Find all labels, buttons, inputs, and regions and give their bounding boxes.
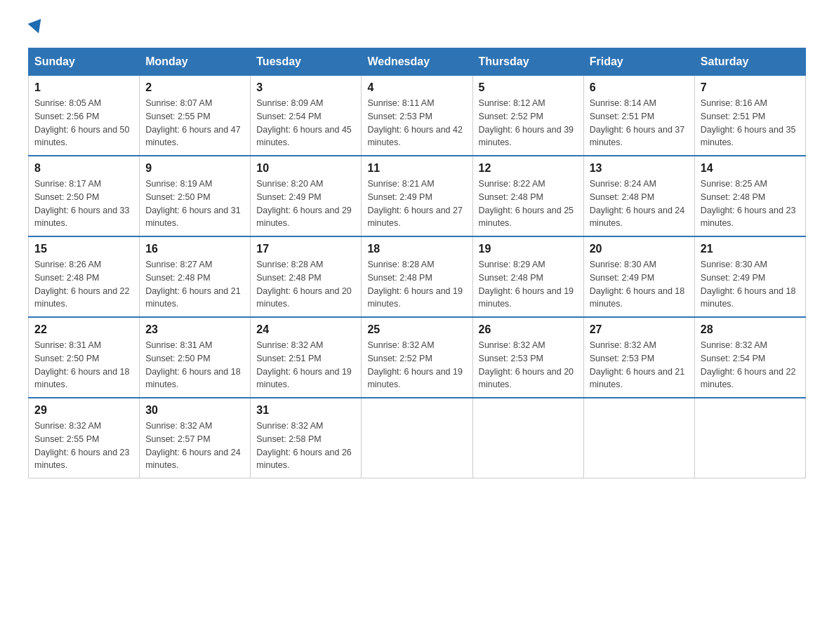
page-header (28, 21, 806, 34)
day-number: 24 (256, 323, 355, 336)
day-number: 19 (479, 243, 578, 255)
day-number: 29 (34, 404, 133, 417)
col-header-sunday: Sunday (29, 48, 140, 76)
day-info: Sunrise: 8:16 AMSunset: 2:51 PMDaylight:… (701, 97, 800, 149)
day-number: 20 (590, 243, 689, 255)
day-number: 15 (34, 243, 133, 255)
calendar-week-4: 22Sunrise: 8:31 AMSunset: 2:50 PMDayligh… (29, 317, 806, 398)
logo-text (28, 21, 45, 34)
day-number: 27 (590, 323, 689, 336)
col-header-monday: Monday (140, 48, 251, 76)
calendar-cell: 5Sunrise: 8:12 AMSunset: 2:52 PMDaylight… (472, 76, 583, 156)
day-number: 31 (256, 404, 355, 417)
calendar-cell: 10Sunrise: 8:20 AMSunset: 2:49 PMDayligh… (251, 156, 362, 236)
day-info: Sunrise: 8:19 AMSunset: 2:50 PMDaylight:… (145, 177, 244, 230)
calendar-cell: 19Sunrise: 8:29 AMSunset: 2:48 PMDayligh… (472, 236, 583, 317)
calendar-cell (362, 398, 472, 478)
calendar-cell: 2Sunrise: 8:07 AMSunset: 2:55 PMDaylight… (140, 76, 251, 156)
logo-triangle-icon (28, 19, 46, 36)
calendar-cell (472, 398, 583, 478)
calendar-table: SundayMondayTuesdayWednesdayThursdayFrid… (28, 48, 806, 478)
col-header-saturday: Saturday (694, 48, 805, 76)
day-number: 9 (145, 162, 244, 175)
calendar-cell: 28Sunrise: 8:32 AMSunset: 2:54 PMDayligh… (694, 317, 805, 398)
day-number: 12 (479, 162, 578, 175)
day-info: Sunrise: 8:32 AMSunset: 2:58 PMDaylight:… (256, 420, 355, 472)
col-header-thursday: Thursday (472, 48, 583, 76)
day-info: Sunrise: 8:31 AMSunset: 2:50 PMDaylight:… (34, 339, 133, 391)
calendar-week-3: 15Sunrise: 8:26 AMSunset: 2:48 PMDayligh… (29, 236, 806, 317)
day-info: Sunrise: 8:32 AMSunset: 2:55 PMDaylight:… (34, 420, 133, 472)
calendar-cell: 12Sunrise: 8:22 AMSunset: 2:48 PMDayligh… (472, 156, 583, 236)
day-info: Sunrise: 8:11 AMSunset: 2:53 PMDaylight:… (367, 97, 466, 149)
day-number: 11 (367, 162, 466, 175)
calendar-cell: 8Sunrise: 8:17 AMSunset: 2:50 PMDaylight… (29, 156, 140, 236)
day-number: 5 (479, 81, 578, 94)
calendar-cell: 26Sunrise: 8:32 AMSunset: 2:53 PMDayligh… (472, 317, 583, 398)
day-number: 1 (34, 81, 133, 94)
logo (28, 21, 45, 34)
day-info: Sunrise: 8:32 AMSunset: 2:53 PMDaylight:… (590, 339, 689, 391)
day-info: Sunrise: 8:30 AMSunset: 2:49 PMDaylight:… (590, 258, 689, 311)
calendar-cell: 13Sunrise: 8:24 AMSunset: 2:48 PMDayligh… (583, 156, 694, 236)
calendar-cell: 23Sunrise: 8:31 AMSunset: 2:50 PMDayligh… (140, 317, 251, 398)
day-number: 6 (590, 81, 689, 94)
calendar-header-row: SundayMondayTuesdayWednesdayThursdayFrid… (29, 48, 806, 76)
calendar-cell: 9Sunrise: 8:19 AMSunset: 2:50 PMDaylight… (140, 156, 251, 236)
calendar-cell: 27Sunrise: 8:32 AMSunset: 2:53 PMDayligh… (583, 317, 694, 398)
day-number: 22 (34, 323, 133, 336)
calendar-week-5: 29Sunrise: 8:32 AMSunset: 2:55 PMDayligh… (29, 398, 806, 478)
day-info: Sunrise: 8:32 AMSunset: 2:57 PMDaylight:… (145, 420, 244, 472)
calendar-week-1: 1Sunrise: 8:05 AMSunset: 2:56 PMDaylight… (29, 76, 806, 156)
day-number: 10 (256, 162, 355, 175)
day-info: Sunrise: 8:14 AMSunset: 2:51 PMDaylight:… (590, 97, 689, 149)
calendar-week-2: 8Sunrise: 8:17 AMSunset: 2:50 PMDaylight… (29, 156, 806, 236)
day-number: 2 (145, 81, 244, 94)
day-info: Sunrise: 8:32 AMSunset: 2:51 PMDaylight:… (256, 339, 355, 391)
calendar-cell: 31Sunrise: 8:32 AMSunset: 2:58 PMDayligh… (251, 398, 362, 478)
day-info: Sunrise: 8:29 AMSunset: 2:48 PMDaylight:… (479, 258, 578, 311)
calendar-cell (694, 398, 805, 478)
calendar-cell: 21Sunrise: 8:30 AMSunset: 2:49 PMDayligh… (694, 236, 805, 317)
day-info: Sunrise: 8:26 AMSunset: 2:48 PMDaylight:… (34, 258, 133, 311)
day-number: 8 (34, 162, 133, 175)
day-number: 28 (701, 323, 800, 336)
day-number: 13 (590, 162, 689, 175)
day-info: Sunrise: 8:24 AMSunset: 2:48 PMDaylight:… (590, 177, 689, 230)
day-info: Sunrise: 8:32 AMSunset: 2:52 PMDaylight:… (367, 339, 466, 391)
calendar-cell: 4Sunrise: 8:11 AMSunset: 2:53 PMDaylight… (362, 76, 472, 156)
day-number: 25 (367, 323, 466, 336)
calendar-cell: 1Sunrise: 8:05 AMSunset: 2:56 PMDaylight… (29, 76, 140, 156)
calendar-cell: 22Sunrise: 8:31 AMSunset: 2:50 PMDayligh… (29, 317, 140, 398)
calendar-cell: 30Sunrise: 8:32 AMSunset: 2:57 PMDayligh… (140, 398, 251, 478)
col-header-wednesday: Wednesday (362, 48, 472, 76)
calendar-cell: 14Sunrise: 8:25 AMSunset: 2:48 PMDayligh… (694, 156, 805, 236)
day-number: 4 (367, 81, 466, 94)
calendar-cell: 24Sunrise: 8:32 AMSunset: 2:51 PMDayligh… (251, 317, 362, 398)
day-info: Sunrise: 8:31 AMSunset: 2:50 PMDaylight:… (145, 339, 244, 391)
day-number: 18 (367, 243, 466, 255)
day-number: 21 (701, 243, 800, 255)
day-info: Sunrise: 8:30 AMSunset: 2:49 PMDaylight:… (701, 258, 800, 311)
day-number: 3 (256, 81, 355, 94)
day-info: Sunrise: 8:17 AMSunset: 2:50 PMDaylight:… (34, 177, 133, 230)
day-number: 7 (701, 81, 800, 94)
day-number: 17 (256, 243, 355, 255)
calendar-cell: 16Sunrise: 8:27 AMSunset: 2:48 PMDayligh… (140, 236, 251, 317)
calendar-cell: 17Sunrise: 8:28 AMSunset: 2:48 PMDayligh… (251, 236, 362, 317)
day-info: Sunrise: 8:21 AMSunset: 2:49 PMDaylight:… (367, 177, 466, 230)
day-info: Sunrise: 8:32 AMSunset: 2:53 PMDaylight:… (479, 339, 578, 391)
day-info: Sunrise: 8:12 AMSunset: 2:52 PMDaylight:… (479, 97, 578, 149)
day-number: 23 (145, 323, 244, 336)
day-info: Sunrise: 8:32 AMSunset: 2:54 PMDaylight:… (701, 339, 800, 391)
day-number: 30 (145, 404, 244, 417)
calendar-cell (583, 398, 694, 478)
calendar-cell: 29Sunrise: 8:32 AMSunset: 2:55 PMDayligh… (29, 398, 140, 478)
calendar-cell: 15Sunrise: 8:26 AMSunset: 2:48 PMDayligh… (29, 236, 140, 317)
day-info: Sunrise: 8:07 AMSunset: 2:55 PMDaylight:… (145, 97, 244, 149)
day-info: Sunrise: 8:05 AMSunset: 2:56 PMDaylight:… (34, 97, 133, 149)
day-info: Sunrise: 8:22 AMSunset: 2:48 PMDaylight:… (479, 177, 578, 230)
calendar-cell: 20Sunrise: 8:30 AMSunset: 2:49 PMDayligh… (583, 236, 694, 317)
day-info: Sunrise: 8:25 AMSunset: 2:48 PMDaylight:… (701, 177, 800, 230)
calendar-cell: 18Sunrise: 8:28 AMSunset: 2:48 PMDayligh… (362, 236, 472, 317)
